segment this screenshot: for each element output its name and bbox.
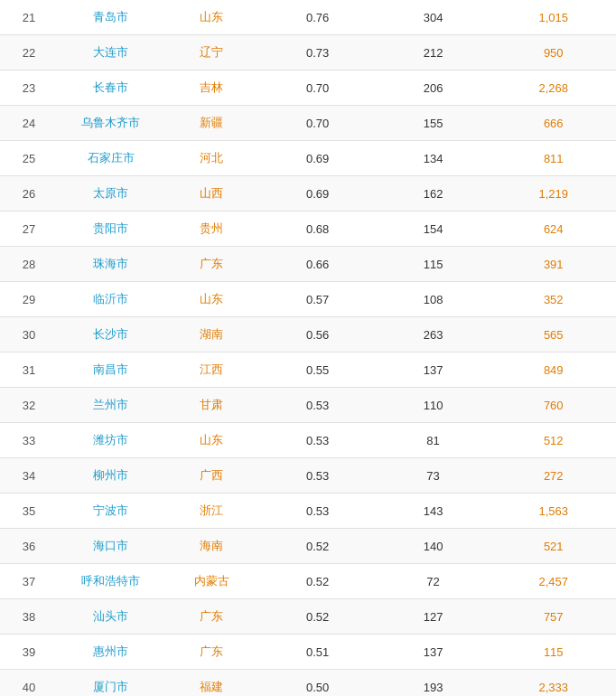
- val3-cell: 521: [490, 529, 616, 564]
- province-cell: 甘肃: [163, 388, 260, 423]
- val3-cell: 391: [490, 247, 616, 282]
- val1-cell: 0.52: [260, 599, 376, 635]
- val3-cell: 760: [490, 388, 616, 423]
- rank-cell: 22: [0, 35, 58, 71]
- city-cell: 兰州市: [58, 388, 163, 423]
- val1-cell: 0.70: [260, 106, 376, 141]
- val2-cell: 155: [376, 106, 491, 141]
- city-cell: 潍坊市: [58, 423, 163, 458]
- province-cell: 贵州: [163, 212, 260, 247]
- rank-cell: 26: [0, 176, 58, 212]
- rank-cell: 27: [0, 212, 58, 247]
- province-cell: 海南: [163, 529, 260, 564]
- rank-cell: 38: [0, 599, 58, 635]
- province-cell: 内蒙古: [163, 564, 260, 599]
- rank-cell: 30: [0, 317, 58, 353]
- rank-cell: 39: [0, 635, 58, 670]
- table-row: 38 汕头市 广东 0.52 127 757: [0, 599, 616, 635]
- val3-cell: 624: [490, 212, 616, 247]
- city-cell: 临沂市: [58, 282, 163, 317]
- val1-cell: 0.68: [260, 212, 376, 247]
- city-cell: 石家庄市: [58, 141, 163, 176]
- rank-cell: 24: [0, 106, 58, 141]
- table-row: 31 南昌市 江西 0.55 137 849: [0, 353, 616, 388]
- province-cell: 山东: [163, 0, 260, 35]
- val2-cell: 206: [376, 71, 491, 106]
- val3-cell: 1,015: [490, 0, 616, 35]
- val1-cell: 0.70: [260, 71, 376, 106]
- province-cell: 河北: [163, 141, 260, 176]
- table-row: 36 海口市 海南 0.52 140 521: [0, 529, 616, 564]
- province-cell: 山西: [163, 176, 260, 212]
- rank-cell: 37: [0, 564, 58, 599]
- city-cell: 惠州市: [58, 635, 163, 670]
- val3-cell: 811: [490, 141, 616, 176]
- val1-cell: 0.50: [260, 670, 376, 697]
- val1-cell: 0.73: [260, 35, 376, 71]
- val2-cell: 134: [376, 141, 491, 176]
- province-cell: 广东: [163, 599, 260, 635]
- val1-cell: 0.76: [260, 0, 376, 35]
- val3-cell: 666: [490, 106, 616, 141]
- rank-cell: 23: [0, 71, 58, 106]
- val2-cell: 73: [376, 458, 491, 494]
- val2-cell: 304: [376, 0, 491, 35]
- val2-cell: 110: [376, 388, 491, 423]
- val1-cell: 0.69: [260, 141, 376, 176]
- province-cell: 辽宁: [163, 35, 260, 71]
- val2-cell: 143: [376, 494, 491, 529]
- val3-cell: 2,333: [490, 670, 616, 697]
- val2-cell: 81: [376, 423, 491, 458]
- table-row: 28 珠海市 广东 0.66 115 391: [0, 247, 616, 282]
- table-row: 24 乌鲁木齐市 新疆 0.70 155 666: [0, 106, 616, 141]
- table-row: 35 宁波市 浙江 0.53 143 1,563: [0, 494, 616, 529]
- val1-cell: 0.66: [260, 247, 376, 282]
- city-cell: 宁波市: [58, 494, 163, 529]
- city-cell: 汕头市: [58, 599, 163, 635]
- province-cell: 吉林: [163, 71, 260, 106]
- table-row: 25 石家庄市 河北 0.69 134 811: [0, 141, 616, 176]
- val2-cell: 127: [376, 599, 491, 635]
- val3-cell: 352: [490, 282, 616, 317]
- val2-cell: 72: [376, 564, 491, 599]
- val3-cell: 272: [490, 458, 616, 494]
- val2-cell: 263: [376, 317, 491, 353]
- city-cell: 柳州市: [58, 458, 163, 494]
- province-cell: 浙江: [163, 494, 260, 529]
- val1-cell: 0.52: [260, 529, 376, 564]
- province-cell: 江西: [163, 353, 260, 388]
- val3-cell: 2,268: [490, 71, 616, 106]
- rank-cell: 29: [0, 282, 58, 317]
- city-cell: 乌鲁木齐市: [58, 106, 163, 141]
- city-cell: 厦门市: [58, 670, 163, 697]
- val3-cell: 115: [490, 635, 616, 670]
- val3-cell: 565: [490, 317, 616, 353]
- val3-cell: 1,563: [490, 494, 616, 529]
- val3-cell: 512: [490, 423, 616, 458]
- province-cell: 山东: [163, 282, 260, 317]
- table-row: 30 长沙市 湖南 0.56 263 565: [0, 317, 616, 353]
- table-row: 37 呼和浩特市 内蒙古 0.52 72 2,457: [0, 564, 616, 599]
- val3-cell: 1,219: [490, 176, 616, 212]
- val2-cell: 212: [376, 35, 491, 71]
- val2-cell: 137: [376, 635, 491, 670]
- val2-cell: 108: [376, 282, 491, 317]
- val1-cell: 0.53: [260, 423, 376, 458]
- val2-cell: 140: [376, 529, 491, 564]
- val3-cell: 2,457: [490, 564, 616, 599]
- province-cell: 新疆: [163, 106, 260, 141]
- rank-cell: 34: [0, 458, 58, 494]
- rank-cell: 36: [0, 529, 58, 564]
- province-cell: 广东: [163, 247, 260, 282]
- val1-cell: 0.55: [260, 353, 376, 388]
- data-table: 21 青岛市 山东 0.76 304 1,015 22 大连市 辽宁 0.73 …: [0, 0, 616, 696]
- table-row: 22 大连市 辽宁 0.73 212 950: [0, 35, 616, 71]
- table-row: 27 贵阳市 贵州 0.68 154 624: [0, 212, 616, 247]
- city-cell: 青岛市: [58, 0, 163, 35]
- city-cell: 珠海市: [58, 247, 163, 282]
- city-cell: 南昌市: [58, 353, 163, 388]
- rank-cell: 32: [0, 388, 58, 423]
- rank-cell: 35: [0, 494, 58, 529]
- val2-cell: 137: [376, 353, 491, 388]
- val2-cell: 193: [376, 670, 491, 697]
